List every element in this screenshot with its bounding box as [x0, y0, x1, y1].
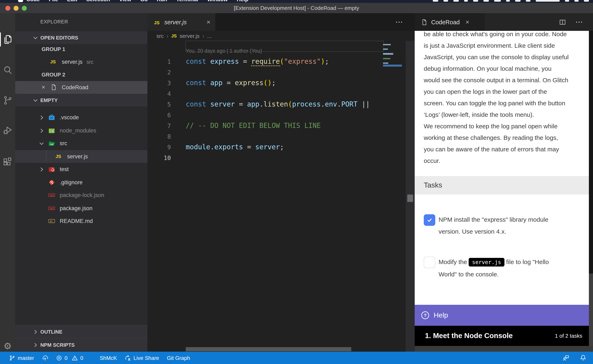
- menu-item-terminal[interactable]: Terminal: [176, 0, 198, 2]
- editor-more-actions-icon[interactable]: ···: [396, 13, 403, 31]
- activity-extensions[interactable]: [0, 153, 15, 171]
- breadcrumb-item[interactable]: server.js: [180, 33, 200, 39]
- close-window-button[interactable]: [5, 6, 10, 11]
- task-checkbox[interactable]: [424, 214, 435, 226]
- menu-item-code[interactable]: Code: [26, 0, 40, 2]
- apple-menu-icon[interactable]: [18, 0, 23, 2]
- breadcrumb-item[interactable]: ...: [207, 33, 212, 39]
- panel-scrollbar-thumb[interactable]: [589, 31, 593, 273]
- open-editor-item-server-js[interactable]: JSserver.jssrc: [15, 56, 147, 68]
- task-checkbox[interactable]: [424, 257, 435, 268]
- task-text: NPM install the "express" library module…: [439, 214, 581, 237]
- code-token: .: [321, 100, 325, 108]
- line-number: 6: [147, 110, 171, 121]
- code-editor[interactable]: You, 20 days ago | 1 author (You) 1const…: [147, 41, 415, 352]
- code-token: [239, 58, 243, 65]
- tab-server-js[interactable]: JS server.js ×: [147, 13, 215, 31]
- open-editors-group[interactable]: GROUP 1: [15, 43, 147, 56]
- activity-explorer[interactable]: [0, 30, 15, 49]
- panel-scrollbar-track[interactable]: [589, 31, 593, 346]
- status-cloud-upload[interactable]: [42, 355, 48, 361]
- activity-run-debug[interactable]: [0, 121, 15, 139]
- inline-code: server.js: [469, 258, 505, 266]
- npm-icon: npm: [48, 205, 55, 212]
- horizontal-scrollbar[interactable]: [186, 347, 351, 351]
- cloud-upload-icon: [42, 355, 48, 361]
- menu-item-edit[interactable]: Edit: [67, 0, 77, 2]
- tree-item-server-js[interactable]: JSserver.js: [15, 150, 147, 163]
- code-token: ): [321, 58, 325, 65]
- minimize-window-button[interactable]: [13, 6, 19, 11]
- code-token: const: [186, 79, 206, 87]
- lesson-footer[interactable]: 1. Meet the Node Console 1 of 2 tasks: [415, 326, 589, 346]
- code-token: [243, 100, 247, 108]
- tab-coderoad[interactable]: CodeRoad ×: [415, 13, 485, 31]
- split-editor-icon[interactable]: [559, 19, 566, 25]
- menu-item-run[interactable]: Run: [157, 0, 167, 2]
- editor-scrollbar-thumb[interactable]: [407, 195, 413, 202]
- code-token: const: [186, 58, 206, 65]
- tutorial-text-line: ‘Logs’ (lower-left, inside the tools men…: [424, 111, 534, 118]
- activity-source-control[interactable]: [0, 91, 15, 109]
- open-editor-item-coderoad[interactable]: ×CodeRoad: [15, 81, 147, 94]
- close-editor-icon[interactable]: ×: [42, 84, 45, 90]
- status-shmck[interactable]: roke="#fff" stroke-width="1.2" stroke="#…: [91, 355, 117, 361]
- panel-actions: ···: [559, 13, 583, 31]
- status-git-graph[interactable]: Git Graph: [167, 355, 190, 361]
- editor-label: CodeRoad: [62, 84, 88, 91]
- menu-item-view[interactable]: View: [119, 0, 131, 2]
- tutorial-text-line: you can be aware of the nature of errors…: [424, 146, 559, 153]
- tree-item-test[interactable]: test: [15, 163, 147, 176]
- menu-item-file[interactable]: File: [49, 0, 58, 2]
- tree-item-package-json[interactable]: npmpackage.json: [15, 202, 147, 215]
- tree-item-README-md[interactable]: M↓README.md: [15, 215, 147, 228]
- status-live-share[interactable]: Live Share: [125, 355, 159, 361]
- svg-text:JS: JS: [52, 130, 54, 132]
- section-open-editors[interactable]: OPEN EDITORS: [15, 31, 147, 44]
- scm-icon: [2, 95, 13, 106]
- activity-search[interactable]: [0, 61, 15, 79]
- status-0[interactable]: 0: [56, 355, 67, 361]
- status-0[interactable]: 0: [72, 355, 83, 361]
- code-token: =: [227, 79, 231, 87]
- line-number: 2: [147, 67, 171, 78]
- tree-item-label: server.js: [67, 153, 88, 160]
- panel-tab-strip: CodeRoad × ···: [415, 13, 593, 31]
- editor-tab-strip: JS server.js × ···: [147, 13, 415, 31]
- minimap-line: [383, 63, 388, 64]
- tree-item--vscode[interactable]: .vscode: [15, 111, 147, 124]
- tree-item--gitignore[interactable]: .gitignore: [15, 176, 147, 189]
- zoom-window-button[interactable]: [22, 6, 27, 11]
- section-empty[interactable]: EMPTY: [15, 94, 147, 106]
- menu-item-selection[interactable]: Selection: [86, 0, 110, 2]
- help-section[interactable]: ? Help: [415, 305, 589, 326]
- status-glyph: [526, 0, 530, 2]
- status-feedback[interactable]: [563, 355, 569, 361]
- tasks-header-label: Tasks: [424, 181, 442, 190]
- status-label: 0: [80, 355, 83, 361]
- code-token: ;: [272, 79, 276, 87]
- npm-icon: npm: [48, 192, 55, 199]
- code-token: [223, 79, 227, 87]
- status-label: Live Share: [133, 355, 159, 361]
- vscode-window: CodeFileEditSelectionViewGoRunTerminalWi…: [0, 0, 593, 364]
- tree-item-package-lock-json[interactable]: npmpackage-lock.json: [15, 189, 147, 202]
- menu-item-window[interactable]: Window: [207, 0, 227, 2]
- minimap[interactable]: [383, 44, 403, 73]
- menu-item-help[interactable]: Help: [237, 0, 248, 2]
- open-editors-group[interactable]: GROUP 2: [15, 68, 147, 81]
- git-icon: [48, 179, 55, 186]
- status-bell[interactable]: [580, 355, 586, 361]
- section-outline[interactable]: OUTLINE: [15, 325, 147, 338]
- close-tab-icon[interactable]: ×: [466, 18, 469, 26]
- tree-item-src[interactable]: </>src: [15, 137, 147, 150]
- minimap-line: [383, 53, 393, 54]
- breadcrumb-item[interactable]: src: [156, 33, 164, 39]
- file-icon: [50, 84, 57, 91]
- more-actions-icon[interactable]: ···: [576, 19, 583, 26]
- menu-item-go[interactable]: Go: [140, 0, 148, 2]
- close-tab-icon[interactable]: ×: [207, 18, 210, 26]
- status-master[interactable]: master: [9, 355, 34, 361]
- tree-item-node-modules[interactable]: JSnode_modules: [15, 124, 147, 137]
- section-npm-scripts[interactable]: NPM SCRIPTS: [15, 338, 147, 351]
